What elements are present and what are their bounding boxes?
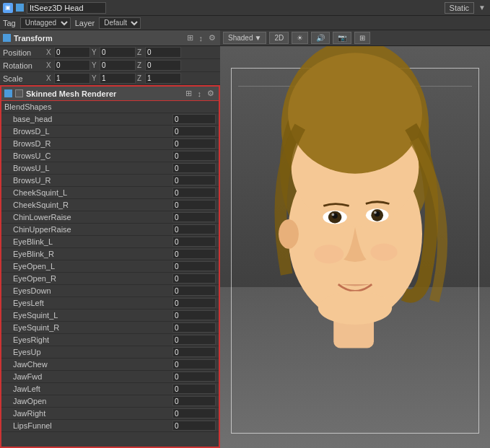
blend-row: EyesLeft	[1, 297, 219, 309]
smr-title: Skinned Mesh Renderer	[26, 89, 181, 98]
mode-2d-btn[interactable]: 2D	[269, 32, 289, 44]
rx-axis-label: X	[46, 61, 53, 69]
blend-row: JawChew	[1, 359, 219, 371]
position-z-input[interactable]	[145, 47, 181, 58]
blend-shape-value-input[interactable]	[172, 249, 216, 259]
blend-row: CheekSquint_R	[1, 199, 219, 211]
blend-shape-value-input[interactable]	[172, 273, 216, 284]
blend-row: BrowsU_C	[1, 150, 219, 162]
rotation-x-input[interactable]	[54, 60, 90, 71]
mode-2d-label: 2D	[274, 34, 284, 42]
smr-settings-icon[interactable]: ⊞	[184, 89, 193, 98]
blend-shape-name: EyesLeft	[13, 299, 172, 307]
blend-shape-value-input[interactable]	[172, 384, 216, 394]
active-checkbox[interactable]	[16, 4, 24, 12]
blend-shape-name: BrowsD_R	[13, 139, 172, 148]
smr-active-checkbox[interactable]	[15, 89, 23, 97]
transform-settings-icon[interactable]: ⊞	[185, 33, 195, 43]
blend-shape-value-input[interactable]	[172, 421, 216, 431]
blend-row: EyeSquint_R	[1, 322, 219, 334]
shading-dropdown[interactable]: Shaded ▼	[223, 32, 266, 44]
blend-shape-value-input[interactable]	[172, 408, 216, 418]
smr-checkbox[interactable]	[4, 89, 12, 97]
blend-shape-value-input[interactable]	[172, 212, 216, 222]
sun-icon-btn[interactable]: ☀	[292, 32, 308, 44]
scale-z-field: Z	[137, 73, 181, 84]
blend-shape-value-input[interactable]	[172, 126, 216, 136]
position-x-input[interactable]	[54, 47, 90, 58]
transform-gear-icon[interactable]: ⚙	[207, 33, 217, 43]
position-xyz: X Y Z	[46, 47, 217, 58]
audio-icon-btn[interactable]: 🔊	[311, 32, 330, 44]
x-axis-label: X	[46, 48, 53, 56]
svg-point-6	[288, 53, 422, 173]
rotation-x-field: X	[46, 60, 90, 71]
static-label: Static	[445, 2, 475, 14]
position-y-input[interactable]	[100, 47, 136, 58]
viewport-canvas	[220, 46, 490, 448]
blend-shape-value-input[interactable]	[172, 261, 216, 271]
scale-x-field: X	[46, 73, 90, 84]
blend-shape-value-input[interactable]	[172, 359, 216, 369]
static-dropdown-arrow[interactable]: ▼	[477, 4, 487, 12]
smr-gear-icon[interactable]: ⚙	[206, 89, 216, 98]
sz-axis-label: Z	[137, 74, 144, 82]
layer-select[interactable]: Default	[99, 17, 141, 29]
blend-shape-value-input[interactable]	[172, 114, 216, 124]
sun-icon: ☀	[297, 34, 303, 42]
blend-shape-value-input[interactable]	[172, 372, 216, 382]
blend-shape-name: JawLeft	[13, 385, 172, 393]
svg-point-15	[314, 245, 344, 263]
object-active-checkbox[interactable]	[16, 4, 24, 12]
rotation-xyz: X Y Z	[46, 60, 217, 71]
scale-label: Scale	[3, 74, 46, 83]
object-name-input[interactable]	[27, 2, 106, 14]
blend-shape-value-input[interactable]	[172, 396, 216, 406]
rotation-z-field: Z	[137, 60, 181, 71]
blend-shape-value-input[interactable]	[172, 224, 216, 234]
blend-row: EyeOpen_R	[1, 273, 219, 285]
blend-shapes-container[interactable]: BlendShapes base_headBrowsD_LBrowsD_RBro…	[0, 101, 220, 448]
blend-shape-value-input[interactable]	[172, 175, 216, 185]
smr-move-icon[interactable]: ↕	[196, 89, 204, 98]
blend-shape-name: EyeSquint_L	[13, 311, 172, 320]
svg-point-10	[331, 214, 334, 216]
scale-y-input[interactable]	[100, 73, 136, 84]
blend-shape-value-input[interactable]	[172, 335, 216, 345]
blend-shape-value-input[interactable]	[172, 200, 216, 210]
blend-shape-value-input[interactable]	[172, 163, 216, 173]
scale-x-input[interactable]	[54, 73, 90, 84]
blend-shape-value-input[interactable]	[172, 286, 216, 296]
audio-icon: 🔊	[316, 34, 325, 42]
scale-z-input[interactable]	[145, 73, 181, 84]
blend-row: JawRight	[1, 408, 219, 420]
blend-shape-value-input[interactable]	[172, 298, 216, 308]
transform-header: Transform ⊞ ↕ ⚙	[0, 30, 220, 46]
blend-shape-value-input[interactable]	[172, 347, 216, 357]
tag-select[interactable]: Untagged	[20, 17, 71, 29]
blend-shape-value-input[interactable]	[172, 322, 216, 333]
transform-checkbox[interactable]	[3, 34, 11, 42]
blend-shape-name: BrowsU_R	[13, 176, 172, 185]
layers-icon-btn[interactable]: ⊞	[354, 32, 370, 44]
blend-row: BrowsU_L	[1, 162, 219, 175]
blend-row: EyeBlink_R	[1, 248, 219, 260]
blend-shape-value-input[interactable]	[172, 310, 216, 320]
scale-row: Scale X Y Z	[0, 72, 220, 85]
rotation-y-input[interactable]	[100, 60, 136, 71]
blend-shape-name: JawFwd	[13, 372, 172, 381]
blend-shape-name: EyeOpen_R	[13, 274, 172, 283]
blend-shape-name: BrowsD_L	[13, 127, 172, 136]
blend-shape-value-input[interactable]	[172, 139, 216, 149]
layer-label: Layer	[75, 19, 95, 27]
blend-row: EyesUp	[1, 346, 219, 359]
svg-point-18	[318, 291, 392, 324]
blend-shape-value-input[interactable]	[172, 188, 216, 198]
blend-row: BrowsD_L	[1, 126, 219, 138]
blend-shape-value-input[interactable]	[172, 237, 216, 247]
camera-icon-btn[interactable]: 📷	[333, 32, 351, 44]
blend-row: EyeSquint_L	[1, 309, 219, 322]
transform-move-icon[interactable]: ↕	[198, 34, 205, 43]
rotation-z-input[interactable]	[145, 60, 181, 71]
blend-shape-value-input[interactable]	[172, 151, 216, 161]
